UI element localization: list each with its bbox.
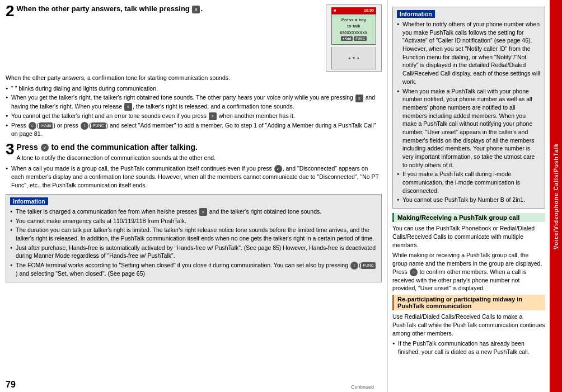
sidebar-top: Information Whether to notify others of … xyxy=(388,0,550,392)
right-tab-label: Voice/Videophone Calls/PushTalk xyxy=(553,143,559,249)
reparticipating-section-title: Re-participating or participating midway… xyxy=(392,295,545,310)
info-right-bullet-4: You cannot use PushTalk by Number B of 2… xyxy=(397,196,541,204)
making-section-body2: While making or receiving a PushTalk gro… xyxy=(392,251,545,292)
making-section-body1: You can use the PushTalk Phonebook or Re… xyxy=(392,224,545,249)
page-number: 79 xyxy=(6,380,16,390)
info-box-right-title: Information xyxy=(397,10,435,18)
step2-title: When the other party answers, talk while… xyxy=(17,4,190,13)
phone-body: ● ▼ ● xyxy=(331,47,376,69)
info-right-bullet-3: If you make a PushTalk call during i-mod… xyxy=(397,170,541,195)
right-tab: Voice/Videophone Calls/PushTalk xyxy=(550,0,562,392)
phone-image: ■ 10:00 Press ● keyto talk 090XXXXXXXX ●… xyxy=(326,4,382,72)
step2-bullet-2: When you get the talker's right, the tal… xyxy=(6,93,382,110)
step3-body: A tone to notify the disconnection of co… xyxy=(6,154,382,162)
menu-icon-2: i xyxy=(81,122,88,130)
right-sidebar: Information Whether to notify others of … xyxy=(387,0,550,392)
info-box-bottom-bullets: The talker is charged a communication fe… xyxy=(10,207,377,278)
end-icon-inline: ↙ xyxy=(274,165,282,173)
step2-content: 2 ■ 10:00 Press ● keyto talk 090XXXXXXXX… xyxy=(6,4,382,138)
func-label-setting: FUNC xyxy=(361,262,375,269)
step3-content: 3 Press ↙ to end the communication after… xyxy=(6,143,382,190)
info-bottom-bullet-5: The FOMA terminal works according to "Se… xyxy=(10,261,377,278)
menu-icon-setting: i xyxy=(350,262,358,270)
press-icon-3: s xyxy=(209,112,217,120)
step2-header: 2 ■ 10:00 Press ● keyto talk 090XXXXXXXX… xyxy=(6,4,382,72)
info-box-right-bullets: Whether to notify others of your phone n… xyxy=(397,20,541,204)
step2-bullet-4: Press c(i+Add) or press i(FUNC) and sele… xyxy=(6,121,382,138)
add-label: i+Add xyxy=(39,122,53,129)
phone-screen: Press ● keyto talk 090XXXXXXXX ●Add FUNC xyxy=(331,14,376,45)
step3-bullet-1: When a call you made is a group call, th… xyxy=(6,164,382,190)
end-call-icon: ↙ xyxy=(41,144,49,152)
info-bottom-bullet-3: The duration you can talk per talker's r… xyxy=(10,226,377,242)
press-icon-fee: s xyxy=(199,208,207,216)
main-content: 2 ■ 10:00 Press ● keyto talk 090XXXXXXXX… xyxy=(0,0,387,392)
confirm-icon: ○ xyxy=(410,268,418,276)
info-box-right: Information Whether to notify others of … xyxy=(392,7,545,209)
info-box-bottom-title: Information xyxy=(10,197,48,205)
step2-bullet-1: " " blinks during dialing and lights dur… xyxy=(6,84,382,93)
info-bottom-bullet-2: You cannot make emergency calls at 110/1… xyxy=(10,217,377,225)
press-s-icon: s xyxy=(192,6,200,13)
step3-bullets: When a call you made is a group call, th… xyxy=(6,164,382,190)
step2-bullet-3: You cannot get the talker's right and an… xyxy=(6,112,382,120)
step2-number: 2 xyxy=(6,4,15,19)
press-icon-1: s xyxy=(355,95,363,102)
making-section-title: Making/Receiving a PushTalk group call xyxy=(392,213,545,222)
reparticipating-bullets: If the PushTalk communication has alread… xyxy=(392,339,545,356)
press-icon-2: s xyxy=(124,103,132,111)
step2-body: When the other party answers, a confirma… xyxy=(6,74,382,82)
info-right-bullet-2: When you make a PushTalk call with your … xyxy=(397,87,541,169)
reparticipating-body1: Use Redial/Dialed Calls/Received Calls t… xyxy=(392,313,545,337)
step2-bullets: " " blinks during dialing and lights dur… xyxy=(6,84,382,138)
reparticipating-bullet-1: If the PushTalk communication has alread… xyxy=(392,339,545,356)
continued-label: Continued xyxy=(351,384,374,390)
step3-header: 3 Press ↙ to end the communication after… xyxy=(6,143,382,152)
menu-icon-1: c xyxy=(29,122,36,130)
info-box-bottom: Information The talker is charged a comm… xyxy=(6,194,382,283)
info-bottom-bullet-4: Just after purchase, Hands-free is autom… xyxy=(10,244,377,260)
step3-number: 3 xyxy=(6,141,15,157)
info-right-bullet-1: Whether to notify others of your phone n… xyxy=(397,20,541,86)
info-bottom-bullet-1: The talker is charged a communication fe… xyxy=(10,207,377,216)
func-label: FUNC xyxy=(91,122,105,129)
